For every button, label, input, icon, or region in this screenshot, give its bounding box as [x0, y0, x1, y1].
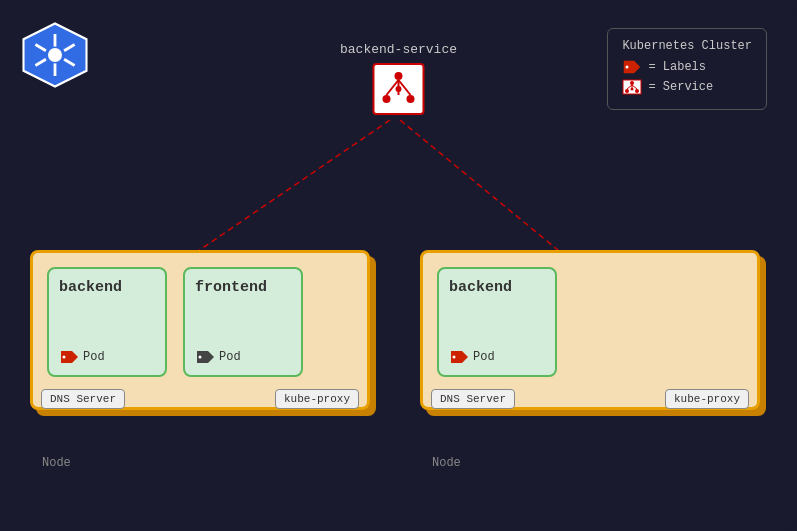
pod-backend-left-name: backend	[59, 279, 122, 296]
svg-point-12	[625, 89, 629, 93]
svg-point-11	[630, 81, 634, 85]
node-left: backend Pod frontend	[30, 250, 370, 450]
svg-point-18	[395, 72, 403, 80]
node-right-bottom-bar: DNS Server	[431, 389, 515, 409]
node-left-dns: DNS Server	[41, 389, 125, 409]
legend-box: Kubernetes Cluster = Labels = Service	[607, 28, 767, 110]
red-tag-icon-backend-right	[449, 349, 469, 365]
pod-frontend-left-label: Pod	[195, 349, 241, 365]
backend-service-container: backend-service	[340, 42, 457, 115]
node-left-kube-proxy: kube-proxy	[275, 389, 359, 409]
node-left-box: backend Pod frontend	[30, 250, 370, 410]
node-right: backend Pod DNS Server kube-proxy Node	[420, 250, 760, 450]
svg-point-20	[407, 95, 415, 103]
node-right-dns: DNS Server	[431, 389, 515, 409]
main-diagram: Kubernetes Cluster = Labels = Service	[0, 0, 797, 531]
service-name-label: backend-service	[340, 42, 457, 57]
pod-backend-left-label: Pod	[59, 349, 105, 365]
pod-frontend-left-name: frontend	[195, 279, 267, 296]
svg-point-29	[453, 356, 456, 359]
node-left-bottom-bar: DNS Server	[41, 389, 125, 409]
svg-line-26	[400, 120, 570, 260]
svg-point-27	[63, 356, 66, 359]
legend-labels: = Labels	[622, 59, 752, 75]
svg-point-9	[626, 66, 629, 69]
legend-service-text: = Service	[648, 80, 713, 94]
pod-frontend-left: frontend Pod	[183, 267, 303, 377]
svg-point-13	[635, 89, 639, 93]
legend-labels-text: = Labels	[648, 60, 706, 74]
svg-line-25	[185, 120, 390, 260]
pod-frontend-left-pod-label: Pod	[219, 350, 241, 364]
pod-backend-left-pod-label: Pod	[83, 350, 105, 364]
svg-point-24	[396, 86, 402, 92]
node-left-label: Node	[42, 456, 71, 470]
pod-backend-right-pod-label: Pod	[473, 350, 495, 364]
node-right-kube-proxy: kube-proxy	[665, 389, 749, 409]
k8s-logo	[20, 20, 90, 90]
node-left-kube: kube-proxy	[275, 389, 359, 409]
dark-tag-icon-frontend	[195, 349, 215, 365]
svg-point-28	[199, 356, 202, 359]
node-right-label: Node	[432, 456, 461, 470]
service-icon-box	[373, 63, 425, 115]
node-right-kube: kube-proxy	[665, 389, 749, 409]
pod-backend-right-label: Pod	[449, 349, 495, 365]
pod-backend-right: backend Pod	[437, 267, 557, 377]
pod-backend-left: backend Pod	[47, 267, 167, 377]
red-tag-icon-backend	[59, 349, 79, 365]
node-right-box: backend Pod DNS Server kube-proxy	[420, 250, 760, 410]
svg-point-2	[48, 48, 62, 62]
legend-service: = Service	[622, 79, 752, 95]
svg-point-17	[631, 88, 634, 91]
legend-service-icon	[622, 79, 642, 95]
pod-backend-right-name: backend	[449, 279, 512, 296]
service-tree-svg	[379, 69, 419, 109]
svg-point-19	[383, 95, 391, 103]
legend-label-icon	[622, 59, 642, 75]
legend-title: Kubernetes Cluster	[622, 39, 752, 53]
